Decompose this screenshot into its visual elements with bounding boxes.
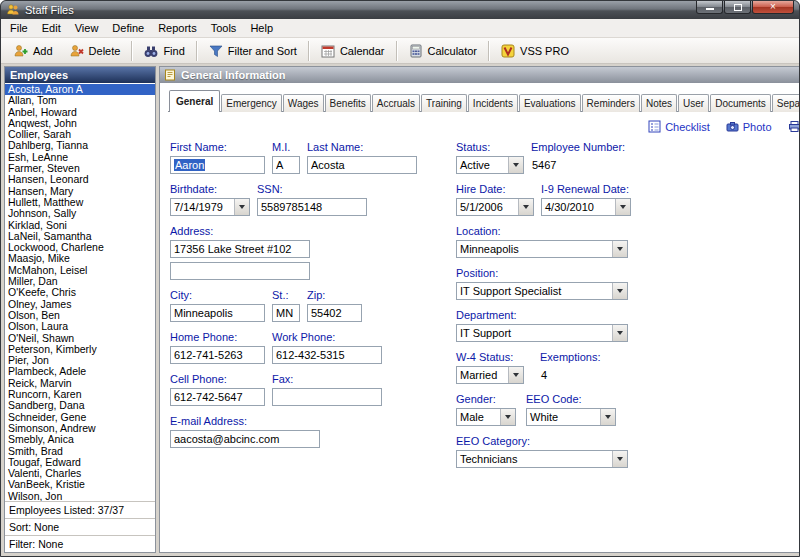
- employees-panel-header: Employees: [5, 67, 155, 83]
- tab-item[interactable]: Notes: [641, 94, 677, 112]
- chevron-down-icon: [612, 451, 627, 467]
- vss-pro-button[interactable]: VSS PRO: [492, 40, 577, 62]
- birthdate-dropdown[interactable]: 7/14/1979: [170, 198, 250, 216]
- app-window: Staff Files × FileEditViewDefineReportsT…: [0, 0, 800, 557]
- chevron-down-icon: [508, 367, 523, 383]
- tab-item[interactable]: Evaluations: [519, 94, 581, 112]
- address-input[interactable]: [170, 240, 310, 258]
- department-label: Department:: [456, 309, 628, 321]
- binoculars-icon: [143, 43, 159, 59]
- tab-item[interactable]: Separation: [772, 94, 800, 112]
- checklist-link[interactable]: Checklist: [648, 120, 710, 133]
- employee-list-item[interactable]: O'Keefe, Chris: [5, 287, 155, 298]
- menu-bar: FileEditViewDefineReportsToolsHelp: [1, 19, 799, 38]
- toolbar-separator: [131, 41, 132, 61]
- email-input[interactable]: [170, 430, 320, 448]
- cell-phone-input[interactable]: [170, 388, 265, 406]
- employee-number-value: 5467: [531, 156, 625, 174]
- tab-item[interactable]: Reminders: [582, 94, 640, 112]
- status-dropdown[interactable]: Active: [456, 156, 524, 174]
- calendar-button[interactable]: Calendar: [312, 40, 393, 62]
- tab-item[interactable]: Wages: [283, 94, 324, 112]
- chevron-down-icon: [612, 325, 627, 341]
- menu-item[interactable]: Edit: [35, 19, 68, 37]
- find-button[interactable]: Find: [135, 40, 192, 62]
- w4-status-dropdown[interactable]: Married: [456, 366, 524, 384]
- employee-list-item[interactable]: Olson, Laura: [5, 321, 155, 332]
- employees-panel: Employees Acosta, Aaron AAllan, TomAnbel…: [4, 66, 156, 553]
- gender-label: Gender:: [456, 393, 516, 405]
- i9-renewal-date-dropdown[interactable]: 4/30/2010: [541, 198, 631, 216]
- tab-item[interactable]: User: [678, 94, 709, 112]
- department-dropdown[interactable]: IT Support: [456, 324, 628, 342]
- menu-item[interactable]: Help: [243, 19, 280, 37]
- menu-item[interactable]: File: [3, 19, 35, 37]
- last-name-input[interactable]: [307, 156, 417, 174]
- employee-list-item[interactable]: Johnson, Sally: [5, 208, 155, 219]
- cell-phone-label: Cell Phone:: [170, 373, 265, 385]
- menu-item[interactable]: View: [68, 19, 106, 37]
- tab-item[interactable]: Benefits: [325, 94, 371, 112]
- calculator-button[interactable]: Calculator: [400, 40, 486, 62]
- print-link[interactable]: Print: [788, 120, 800, 133]
- employee-list-item[interactable]: Smebly, Anica: [5, 434, 155, 445]
- employee-list-item[interactable]: Sandberg, Dana: [5, 400, 155, 411]
- fax-input[interactable]: [272, 388, 382, 406]
- mi-label: M.I.: [272, 141, 300, 153]
- title-bar[interactable]: Staff Files ×: [1, 1, 799, 19]
- photo-link[interactable]: Photo: [726, 120, 772, 133]
- filter-and-sort-button[interactable]: Filter and Sort: [200, 40, 305, 62]
- tab-item[interactable]: Incidents: [468, 94, 518, 112]
- address-line2-input[interactable]: [170, 262, 310, 280]
- mi-input[interactable]: [272, 156, 300, 174]
- close-button[interactable]: ×: [752, 1, 794, 14]
- vss-pro-icon: [500, 43, 516, 59]
- work-phone-input[interactable]: [272, 346, 382, 364]
- employee-list-item[interactable]: Hansen, Leonard: [5, 174, 155, 185]
- toolbar-separator: [396, 41, 397, 61]
- action-links: Checklist Photo Print: [172, 120, 800, 133]
- first-name-input[interactable]: Aaron: [170, 156, 265, 174]
- zip-input[interactable]: [307, 304, 362, 322]
- menu-item[interactable]: Tools: [204, 19, 244, 37]
- app-icon: [6, 3, 20, 17]
- employees-listed-status: Employees Listed: 37/37: [5, 501, 155, 518]
- ssn-input[interactable]: [257, 198, 367, 216]
- content-area: Employees Acosta, Aaron AAllan, TomAnbel…: [1, 64, 799, 556]
- tab-item[interactable]: Accruals: [372, 94, 420, 112]
- employee-list-item[interactable]: Allan, Tom: [5, 95, 155, 106]
- panel-header: General Information: [160, 67, 800, 83]
- employee-list: Acosta, Aaron AAllan, TomAnbel, HowardAn…: [5, 83, 155, 501]
- tab-item[interactable]: Training: [421, 94, 467, 112]
- panel-title: General Information: [181, 69, 286, 81]
- chevron-down-icon: [508, 157, 523, 173]
- delete-button[interactable]: Delete: [61, 40, 129, 62]
- tab-item[interactable]: General: [169, 90, 220, 112]
- position-label: Position:: [456, 267, 628, 279]
- eeo-category-dropdown[interactable]: Technicians: [456, 450, 628, 468]
- location-label: Location:: [456, 225, 628, 237]
- employee-number-label: Employee Number:: [531, 141, 625, 153]
- form-icon: [164, 69, 176, 81]
- employee-list-item[interactable]: VanBeek, Kristie: [5, 479, 155, 490]
- city-input[interactable]: [170, 304, 265, 322]
- last-name-label: Last Name:: [307, 141, 417, 153]
- birthdate-label: Birthdate:: [170, 183, 250, 195]
- delete-person-icon: [69, 43, 85, 59]
- employee-list-item[interactable]: Wilson, Jon: [5, 491, 155, 501]
- minimize-button[interactable]: [696, 1, 723, 14]
- eeo-code-dropdown[interactable]: White: [526, 408, 616, 426]
- hire-date-dropdown[interactable]: 5/1/2006: [456, 198, 534, 216]
- position-dropdown[interactable]: IT Support Specialist: [456, 282, 628, 300]
- gender-dropdown[interactable]: Male: [456, 408, 516, 426]
- menu-item[interactable]: Define: [105, 19, 151, 37]
- menu-item[interactable]: Reports: [151, 19, 204, 37]
- tab-item[interactable]: Documents: [710, 94, 771, 112]
- fax-label: Fax:: [272, 373, 382, 385]
- maximize-button[interactable]: [724, 1, 751, 14]
- add-button[interactable]: Add: [5, 40, 61, 62]
- home-phone-input[interactable]: [170, 346, 265, 364]
- tab-item[interactable]: Emergency: [221, 94, 282, 112]
- location-dropdown[interactable]: Minneapolis: [456, 240, 628, 258]
- state-input[interactable]: [272, 304, 300, 322]
